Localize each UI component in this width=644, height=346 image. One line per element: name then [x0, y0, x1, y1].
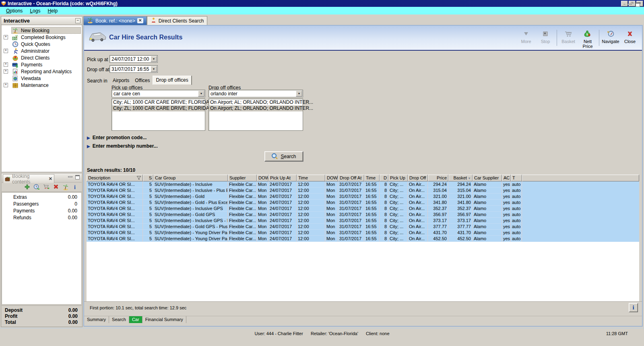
- title-bar[interactable]: Interactive - Ocean-Florida (code: wQxHi…: [0, 0, 644, 7]
- tab-book-ref-none[interactable]: Book. ref.: <none>✕: [83, 16, 147, 25]
- expand-plus-icon[interactable]: +: [4, 69, 8, 74]
- quick-quote-icon[interactable]: [33, 184, 40, 190]
- pickup-datetime-combo[interactable]: 24/07/2017 12:00 ▼: [109, 55, 158, 63]
- column-header-car-group[interactable]: Car Group: [153, 175, 228, 181]
- expand-plus-icon[interactable]: +: [4, 62, 8, 67]
- result-cell: 24/07/2017: [268, 230, 297, 236]
- more-button: More: [516, 29, 536, 45]
- column-header-description[interactable]: Description: [87, 175, 143, 181]
- column-header-basket[interactable]: Basket▼: [448, 175, 473, 181]
- document-maximize-icon[interactable]: [636, 2, 640, 7]
- expand-plus-icon[interactable]: +: [4, 49, 8, 53]
- result-cell: City; ...: [388, 187, 408, 194]
- palm-tree-icon[interactable]: [62, 184, 69, 190]
- delete-icon[interactable]: [53, 184, 59, 190]
- sidebar-item-payments[interactable]: +$Payments: [2, 61, 82, 68]
- pickup-offices-combo[interactable]: car care cen ▼: [111, 90, 205, 97]
- office-option[interactable]: On Airport; ZL; ORLANDO; ORLANDO INTER..…: [209, 105, 303, 111]
- add-icon[interactable]: [24, 184, 30, 190]
- result-cell: 315.04: [448, 187, 473, 194]
- column-header-time[interactable]: Time: [297, 175, 325, 181]
- booking-contents-minimize-icon[interactable]: [68, 176, 72, 177]
- expand-plus-icon[interactable]: +: [4, 35, 8, 39]
- column-header-time[interactable]: Time: [364, 175, 380, 181]
- office-option[interactable]: City; ZL; 1000 CAR CARE DRIVE; FLORIDA; …: [112, 105, 205, 111]
- column-header-pick-up[interactable]: Pick Up: [388, 175, 408, 181]
- column-header-dow[interactable]: DOW: [257, 175, 268, 181]
- basket-move-icon[interactable]: [43, 184, 50, 190]
- result-row[interactable]: TOYOTA RAV4 OR SI...5SUV(Intermediate) -…: [87, 230, 639, 236]
- dropoff-offices-dropdown-icon[interactable]: ▼: [296, 91, 302, 97]
- nett-price-button[interactable]: $Nett Price: [578, 29, 597, 49]
- sidebar-item-direct-clients[interactable]: Direct Clients: [2, 54, 82, 61]
- search-button[interactable]: Search: [264, 151, 303, 161]
- menu-logs[interactable]: Logs: [26, 7, 44, 14]
- column-header-price[interactable]: Price: [428, 175, 448, 181]
- sidebar-item-completed-bookings[interactable]: +Completed Bookings: [2, 34, 82, 41]
- info-icon[interactable]: i: [72, 184, 78, 190]
- result-cell: City; ...: [388, 206, 408, 212]
- sidebar-item-maintenance[interactable]: +Maintenance: [2, 82, 82, 89]
- close-button[interactable]: Close: [620, 29, 640, 45]
- tab-direct-clients-search[interactable]: Direct Clients Search: [147, 16, 208, 25]
- column-header-car-supplier[interactable]: Car Supplier: [473, 175, 502, 181]
- sidebar-item-new-booking[interactable]: New Booking: [2, 27, 82, 34]
- office-option[interactable]: City; AL; 1000 CAR CARE DRIVE; FLORIDA; …: [112, 99, 205, 105]
- result-cell: 12:00: [297, 200, 325, 206]
- result-cell: 24/07/2017: [268, 200, 297, 206]
- column-header-supplier[interactable]: Supplier: [228, 175, 257, 181]
- dropoff-offices-combo[interactable]: orlando inter ▼: [208, 90, 303, 97]
- promotion-code-expander[interactable]: ▶Enter promotion code...: [87, 135, 147, 140]
- search-in-tab-offices[interactable]: Offices: [132, 76, 153, 85]
- view-tab-summary[interactable]: Summary: [84, 316, 109, 323]
- navigate-button[interactable]: Navigate: [601, 29, 620, 45]
- dropoff-datetime-dropdown-icon[interactable]: ▼: [151, 66, 157, 72]
- search-in-tab-drop-off-offices[interactable]: Drop off offices: [153, 76, 191, 85]
- column-header-s[interactable]: S: [143, 175, 153, 181]
- result-cell: 8: [380, 224, 388, 230]
- view-tab-car[interactable]: Car: [129, 316, 142, 323]
- column-header-d[interactable]: D: [380, 175, 388, 181]
- sidebar-item-quick-quotes[interactable]: Quick Quotes: [2, 41, 82, 47]
- booking-contents-close-icon[interactable]: ✕: [49, 176, 52, 181]
- column-header-drop-off-at[interactable]: Drop Off At: [338, 175, 364, 181]
- column-header-ac[interactable]: AC: [502, 175, 511, 181]
- result-row[interactable]: TOYOTA RAV4 OR SI...5SUV(Intermediate) -…: [87, 181, 639, 187]
- result-row[interactable]: TOYOTA RAV4 OR SI...5SUV(Intermediate) -…: [87, 218, 639, 224]
- booking-contents-maximize-icon[interactable]: [75, 175, 80, 179]
- menu-help[interactable]: Help: [44, 7, 61, 14]
- dropoff-datetime-combo[interactable]: 31/07/2017 16:55 ▼: [109, 65, 158, 73]
- result-row[interactable]: TOYOTA RAV4 OR SI...5SUV(Intermediate) -…: [87, 212, 639, 218]
- result-row[interactable]: TOYOTA RAV4 OR SI...5SUV(Intermediate) -…: [87, 187, 639, 194]
- document-minimize-icon[interactable]: [627, 4, 632, 5]
- sidebar-item-administrator[interactable]: +Administrator: [2, 47, 82, 54]
- membership-number-expander[interactable]: ▶Enter membership number...: [87, 143, 158, 149]
- sidebar-item-reporting-and-analytics[interactable]: +Reporting and Analytics: [2, 68, 82, 75]
- column-header-t[interactable]: T: [511, 175, 522, 181]
- pickup-datetime-dropdown-icon[interactable]: ▼: [151, 56, 157, 62]
- row-value: 0: [74, 201, 77, 207]
- sidebar-collapse-button[interactable]: −: [75, 18, 80, 23]
- office-option[interactable]: On Airport; AL; ORLANDO; ORLANDO INTER..…: [209, 99, 303, 105]
- tab-close-icon[interactable]: ✕: [137, 18, 143, 23]
- info-button[interactable]: i: [629, 303, 638, 312]
- result-row[interactable]: TOYOTA RAV4 OR SI...5SUV(Intermediate) -…: [87, 200, 639, 206]
- column-header-pick-up-at[interactable]: Pick Up At: [268, 175, 297, 181]
- result-row[interactable]: TOYOTA RAV4 OR SI...5SUV(Intermediate) -…: [87, 206, 639, 212]
- pickup-offices-dropdown-icon[interactable]: ▼: [198, 91, 204, 97]
- expand-plus-icon[interactable]: +: [4, 83, 8, 87]
- filter-funnel-icon[interactable]: [136, 176, 141, 181]
- search-in-tab-airports[interactable]: Airports: [110, 76, 132, 85]
- view-tab-financial-summary[interactable]: Financial Summary: [142, 316, 186, 323]
- result-row[interactable]: TOYOTA RAV4 OR SI...5SUV(Intermediate) -…: [87, 224, 639, 230]
- column-header-drop-off[interactable]: Drop Off: [408, 175, 428, 181]
- booking-contents-tab[interactable]: Booking contents ✕: [3, 174, 54, 183]
- result-cell: On Air...: [408, 206, 428, 212]
- menu-options[interactable]: Options: [2, 7, 26, 14]
- result-cell: auto: [511, 230, 522, 236]
- result-row[interactable]: TOYOTA RAV4 OR SI...5SUV(Intermediate) -…: [87, 236, 639, 242]
- column-header-dow[interactable]: DOW: [325, 175, 338, 181]
- sidebar-item-viewdata[interactable]: Viewdata: [2, 75, 82, 82]
- view-tab-search[interactable]: Search: [109, 316, 129, 323]
- result-row[interactable]: TOYOTA RAV4 OR SI...5SUV(Intermediate) -…: [87, 194, 639, 200]
